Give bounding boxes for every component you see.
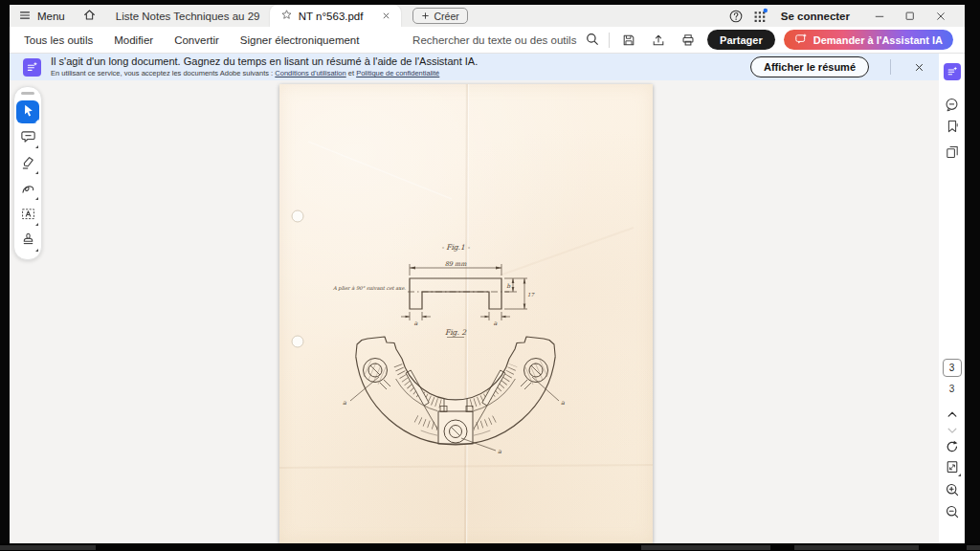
ai-assistant-panel-button[interactable] — [942, 61, 963, 82]
select-tool-button[interactable] — [16, 100, 39, 123]
fig2-caption: Fig. 2 — [445, 328, 467, 337]
minimize-button[interactable] — [865, 6, 894, 27]
hamburger-icon — [18, 9, 32, 24]
stamp-tool-button[interactable] — [16, 230, 39, 253]
close-window-button[interactable] — [926, 6, 955, 27]
fig1-foot-dim-right: a — [494, 320, 498, 327]
esign-menu[interactable]: Signer électroniquement — [230, 34, 370, 46]
title-bar: Menu Liste Notes Techniques au 29 NT n°5… — [10, 5, 965, 27]
terms-of-use-link[interactable]: Conditions d'utilisation — [275, 69, 345, 77]
upload-share-icon[interactable] — [648, 30, 669, 51]
comment-tool-button[interactable] — [16, 126, 39, 149]
technical-drawing: - Fig.1 - 89 mm A plier à 90° suivant ce… — [279, 84, 653, 543]
apps-grid-icon[interactable] — [750, 6, 771, 27]
comment-icon — [20, 128, 36, 148]
print-icon[interactable] — [678, 30, 699, 51]
acrobat-window: Menu Liste Notes Techniques au 29 NT n°5… — [10, 5, 965, 543]
fit-page-button[interactable] — [942, 456, 963, 477]
ai-label: Demander à l'Assistant IA — [813, 34, 943, 46]
fig2-callout-bottom: a — [498, 448, 501, 455]
taskbar-segment — [641, 545, 770, 550]
bookmarks-panel-button[interactable] — [942, 116, 963, 137]
terms-and: et — [346, 69, 356, 77]
highlight-tool-button[interactable] — [16, 152, 39, 175]
zoom-in-button[interactable] — [942, 479, 963, 500]
current-page: 3 — [949, 363, 955, 373]
banner-close-button[interactable] — [908, 56, 929, 77]
banner-text: Il s'agit d'un long document. Gagnez du … — [51, 55, 741, 77]
comments-panel-button[interactable] — [942, 94, 963, 115]
divider — [609, 33, 610, 48]
fig1-width-dim: 89 mm — [445, 260, 468, 268]
main-menu-button[interactable]: Menu — [10, 5, 74, 27]
maximize-button[interactable] — [896, 6, 924, 27]
assistant-icon — [944, 63, 961, 80]
tab-close-icon[interactable] — [382, 11, 390, 20]
edit-menu[interactable]: Modifier — [103, 34, 164, 46]
submenu-corner — [35, 223, 38, 226]
save-icon[interactable] — [618, 30, 639, 51]
punch-hole — [292, 336, 303, 347]
help-button[interactable] — [725, 6, 746, 27]
pdf-page[interactable]: - Fig.1 - 89 mm A plier à 90° suivant ce… — [279, 84, 653, 543]
submenu-corner — [35, 171, 38, 174]
tab-label: Liste Notes Techniques au 29 — [116, 11, 260, 22]
toolbar: Tous les outils Modifier Convertir Signe… — [10, 27, 965, 54]
taskbar-segment — [0, 545, 96, 550]
fig2-callout-left: a — [343, 399, 346, 407]
submenu-corner — [35, 145, 38, 148]
tab-liste-notes-techniques[interactable]: Liste Notes Techniques au 29 — [105, 5, 270, 27]
desktop: Menu Liste Notes Techniques au 29 NT n°5… — [0, 0, 980, 551]
right-tool-rail: 3 3 — [939, 54, 965, 543]
add-text-tool-button[interactable] — [16, 204, 39, 227]
star-icon — [280, 9, 293, 23]
show-summary-button[interactable]: Afficher le résumé — [750, 56, 869, 77]
privacy-policy-link[interactable]: Politique de confidentialité — [356, 69, 439, 77]
create-button[interactable]: Créer — [412, 8, 467, 24]
rail-drag-handle[interactable] — [21, 92, 34, 95]
search-icon — [585, 32, 600, 49]
pages-panel-button[interactable] — [942, 142, 963, 163]
zoom-out-button[interactable] — [942, 501, 963, 522]
submenu-corner — [958, 474, 961, 476]
submenu-corner — [35, 120, 38, 122]
share-button[interactable]: Partager — [707, 30, 775, 50]
highlighter-icon — [20, 154, 36, 174]
titlebar-right: Se connecter — [725, 6, 965, 27]
search-input[interactable] — [411, 33, 583, 47]
fig1-caption: - Fig.1 - — [441, 243, 470, 252]
tools-menu[interactable]: Tous les outils — [13, 34, 103, 46]
fig2-callout-right: a — [561, 399, 565, 407]
taskbar-segment — [967, 545, 980, 550]
convert-menu[interactable]: Convertir — [164, 34, 230, 46]
search-field[interactable] — [411, 32, 600, 49]
text-box-icon — [20, 206, 36, 226]
menu-label: Menu — [37, 11, 65, 22]
draw-tool-button[interactable] — [16, 178, 39, 201]
scribble-icon — [20, 180, 36, 200]
home-button[interactable] — [74, 5, 105, 27]
page-number-input[interactable]: 3 — [943, 359, 962, 377]
tab-nt-563-pdf[interactable]: NT n°563.pdf — [270, 5, 402, 27]
toolbar-right: Partager Demander à l'Assistant IA — [411, 30, 965, 51]
tab-label: NT n°563.pdf — [299, 11, 364, 22]
cursor-icon — [20, 102, 35, 121]
home-icon — [82, 8, 97, 24]
plus-icon — [421, 11, 430, 22]
banner-message: Il s'agit d'un long document. Gagnez du … — [51, 55, 741, 69]
create-label: Créer — [434, 11, 458, 22]
ai-summary-banner: Il s'agit d'un long document. Gagnez du … — [10, 54, 939, 80]
fig1-flange-dim: b — [506, 282, 511, 289]
ai-assistant-button[interactable]: Demander à l'Assistant IA — [784, 30, 953, 50]
banner-terms: En utilisant ce service, vous acceptez l… — [51, 69, 741, 77]
fig1-fold-note: A plier à 90° suivant cet axe. — [332, 285, 406, 292]
fig1-foot-dim-left: a — [414, 320, 418, 327]
total-pages: 3 — [949, 384, 955, 394]
taskbar — [0, 543, 980, 551]
terms-prefix: En utilisant ce service, vous acceptez l… — [51, 69, 275, 77]
submenu-corner — [35, 197, 38, 200]
sign-in-button[interactable]: Se connecter — [775, 11, 861, 22]
window-controls — [865, 6, 955, 27]
assistant-icon — [23, 58, 41, 77]
rotate-page-button[interactable] — [942, 436, 963, 457]
